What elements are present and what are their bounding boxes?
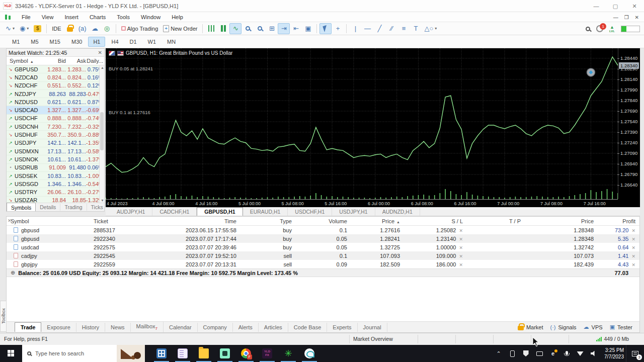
trade-column-tp[interactable]: T / P	[467, 218, 525, 224]
close-position-icon[interactable]: ✕	[631, 245, 635, 250]
trade-row[interactable]: cadjpy29225452023.07.07 19:52:10sell0.11…	[7, 251, 639, 260]
cursor-button[interactable]	[319, 23, 332, 34]
ide-button[interactable]: IDE	[49, 23, 63, 34]
trade-column-profit[interactable]: Profit	[598, 218, 639, 224]
action-center-button[interactable]: 3	[626, 345, 644, 362]
shift-left-button[interactable]: ⇤	[290, 23, 302, 34]
toolbox-tab-news[interactable]: News	[105, 323, 131, 332]
market-button[interactable]: Market	[518, 324, 543, 330]
market-watch-row[interactable]: ↗USDJPY142.1...142.1...-1.35%	[7, 139, 104, 147]
trade-column-symbol[interactable]: Symbol	[7, 218, 90, 224]
timeframe-d1[interactable]: D1	[125, 37, 142, 47]
remove-sl-icon[interactable]: ✕	[459, 228, 463, 233]
close-button[interactable]: ✕	[625, 0, 644, 12]
toolbox-tab-exposure[interactable]: Exposure	[41, 323, 76, 332]
zoom-out-button[interactable]	[254, 23, 266, 34]
tray-case-icon[interactable]	[536, 350, 543, 357]
tray-wifi-icon[interactable]	[577, 350, 584, 357]
taskbar-app-chrome[interactable]: F	[235, 345, 257, 362]
toolbox-tab-trade[interactable]: Trade	[15, 322, 41, 332]
menu-help[interactable]: Help	[166, 13, 189, 21]
vps-cloud-button[interactable]: ☁	[89, 23, 101, 34]
price-axis[interactable]: 1.284401.282901.281401.279901.278401.276…	[618, 48, 640, 199]
chart-type-button[interactable]: ∿▾	[3, 23, 17, 34]
market-watch-row[interactable]: ↗USDCHF0.888...0.888...-0.74%	[7, 115, 104, 123]
trade-column-sl[interactable]: S / L	[404, 218, 467, 224]
plus-circle-icon[interactable]: ⊕	[11, 269, 15, 276]
trade-row[interactable]: gbpjpy29225592023.07.07 20:13:31sell0.09…	[7, 260, 639, 268]
child-minimize-button[interactable]: —	[613, 15, 618, 20]
toolbox-tab-journal[interactable]: Journal	[358, 323, 387, 332]
market-watch-tab-symbols[interactable]: Symbols	[7, 203, 36, 211]
child-restore-button[interactable]: ❐	[624, 15, 629, 20]
toolbox-tab-alerts[interactable]: Alerts	[233, 323, 259, 332]
taskbar-app-explorer[interactable]	[193, 345, 214, 362]
start-button[interactable]	[0, 345, 22, 362]
menu-tools[interactable]: Tools	[111, 13, 135, 21]
tray-vol-icon[interactable]	[590, 350, 597, 357]
timeframe-mn[interactable]: MN	[162, 37, 181, 47]
toolbox-tab-company[interactable]: Company	[198, 323, 233, 332]
market-bag-button[interactable]	[64, 23, 76, 34]
remove-sl-icon[interactable]: ✕	[459, 262, 463, 267]
timeframe-m15[interactable]: M15	[45, 37, 65, 47]
price-chart[interactable]: BUY 0.05 at 1.28241BUY 0.1 at 1.27616	[106, 48, 618, 199]
menu-view[interactable]: View	[36, 13, 59, 21]
signals-button[interactable]: (·)Signals	[550, 324, 577, 330]
market-watch-row[interactable]: ↗USDSGD1.346...1.346...-0.54%	[7, 180, 104, 188]
chart-tab-audnzd[interactable]: AUDNZD,H1	[375, 208, 420, 216]
trade-column-type[interactable]: Type	[240, 218, 296, 224]
maximize-button[interactable]: ▢	[606, 0, 625, 12]
child-close-button[interactable]: ✕	[635, 15, 639, 20]
signals-toolbar-button[interactable]: (a)	[76, 23, 89, 34]
new-order-button[interactable]: +New Order	[160, 23, 200, 34]
trade-column-ticket[interactable]: Ticket	[90, 218, 165, 224]
auto-scroll-button[interactable]: ▣	[302, 23, 314, 34]
menu-charts[interactable]: Charts	[84, 13, 111, 21]
market-watch-row[interactable]: ↘GBPUSD1.283...1.283...0.75%	[7, 65, 104, 73]
toolbox-tab-experts[interactable]: Experts	[327, 323, 357, 332]
taskbar-app-yldfx[interactable]: YLD FX	[257, 345, 278, 362]
taskbar-app-calculator[interactable]	[151, 345, 172, 362]
search-icon[interactable]	[586, 27, 590, 31]
market-watch-row[interactable]: ↘USDHUF350.7...350.9...-0.88%	[7, 131, 104, 139]
market-watch-row[interactable]: ↗USDTRY26.06...26.10...-0.27%	[7, 188, 104, 196]
close-position-icon[interactable]: ✕	[631, 228, 635, 233]
timeframe-m30[interactable]: M30	[66, 37, 87, 47]
candlestick-button[interactable]	[217, 23, 229, 34]
market-watch-tab-details[interactable]: Details	[36, 204, 60, 211]
market-watch-row[interactable]: ↗NZDJPY88.26388.283-0.47%	[7, 90, 104, 98]
zoom-in-button[interactable]	[242, 23, 254, 34]
trade-row[interactable]: gbpusd28853172023.06.15 17:55:58buy0.11.…	[7, 226, 639, 234]
market-watch-scrollbar[interactable]: ▲▼	[99, 65, 104, 203]
chart-tab-audjpy[interactable]: AUDJPY,H1	[110, 208, 152, 216]
market-watch-row[interactable]: ↘NZDCHF0.551...0.552...0.12%	[7, 82, 104, 90]
market-watch-close-icon[interactable]: ✕	[98, 50, 102, 55]
market-watch-row[interactable]: ↗USDNOK10.61...10.61...-1.37%	[7, 155, 104, 163]
chart-tab-cadchf[interactable]: CADCHF,H1	[152, 208, 197, 216]
remove-sl-icon[interactable]: ✕	[459, 245, 463, 250]
close-position-icon[interactable]: ✕	[631, 237, 635, 242]
algo-trading-button[interactable]: Algo Trading	[119, 23, 161, 34]
toolbox-tab-articles[interactable]: Articles	[259, 323, 288, 332]
chart-tab-gbpusd[interactable]: GBPUSD,H1	[197, 207, 243, 216]
column-ask[interactable]: Ask	[66, 58, 86, 64]
toolbox-tab-mailbox[interactable]: Mailbox7	[131, 322, 164, 332]
taskbar-app-paint[interactable]	[299, 345, 320, 362]
time-axis[interactable]: 4 Jul 20234 Jul 08:004 Jul 16:005 Jul 00…	[106, 199, 618, 207]
community-button[interactable]: ◎	[101, 23, 113, 34]
minimize-button[interactable]: —	[587, 0, 606, 12]
bar-chart-button[interactable]	[205, 23, 217, 34]
vertical-line-button[interactable]: |	[349, 23, 361, 34]
search-daily-image[interactable]	[117, 345, 145, 362]
notifications-icon[interactable]: 1	[596, 25, 603, 32]
timeframe-m5[interactable]: M5	[26, 37, 43, 47]
objects-button[interactable]: △○▾	[422, 23, 439, 34]
tester-button[interactable]: ▣Tester	[610, 324, 632, 330]
market-watch-row[interactable]: ↘USDCAD1.327...1.327...-0.69%	[7, 106, 104, 114]
trendline-button[interactable]: ╱	[373, 23, 385, 34]
line-chart-button[interactable]: ∿	[229, 23, 242, 34]
chart-area[interactable]: BUY 0.05 at 1.28241BUY 0.1 at 1.27616 GB…	[106, 48, 640, 207]
taskbar-search[interactable]: Type here to search	[22, 345, 145, 362]
column-symbol[interactable]: Symbol▲	[7, 58, 43, 64]
